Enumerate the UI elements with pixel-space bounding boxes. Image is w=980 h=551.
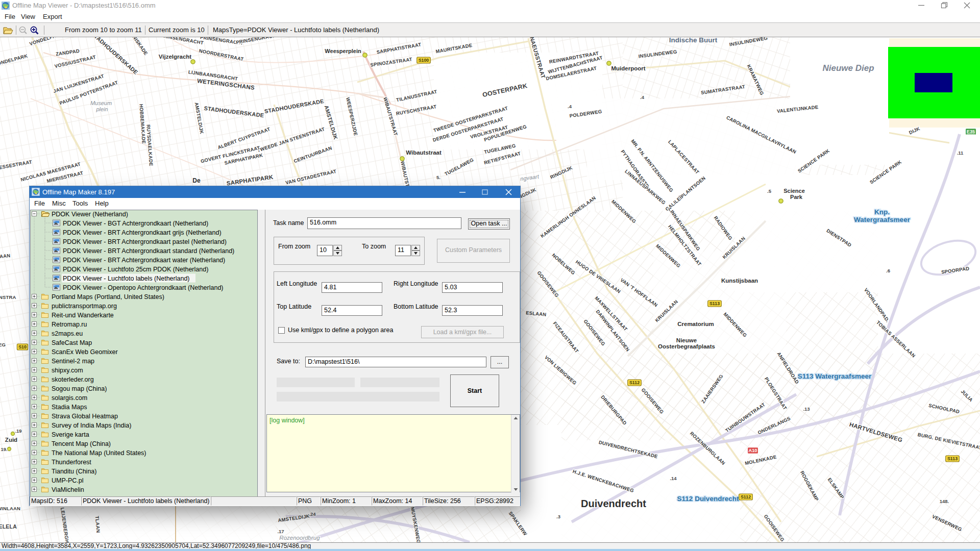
svg-text:UMP-PC.pl: UMP-PC.pl xyxy=(52,477,84,484)
svg-text:Strava Global Heatmap: Strava Global Heatmap xyxy=(52,413,118,420)
svg-text:Oosterbegraafplaats: Oosterbegraafplaats xyxy=(658,343,715,349)
svg-text:VEENSTRA: VEENSTRA xyxy=(0,294,16,300)
svg-text:5.: 5. xyxy=(436,174,440,180)
svg-text:S112 Duivendrecht: S112 Duivendrecht xyxy=(677,495,739,503)
svg-text:ViaMichelin: ViaMichelin xyxy=(52,486,84,493)
svg-text:Muiderpoort: Muiderpoort xyxy=(611,65,645,71)
svg-text:PDOK Viewer - Luchtfoto labels: PDOK Viewer - Luchtfoto labels (Netherla… xyxy=(63,275,190,282)
svg-text:Duivendrecht: Duivendrecht xyxy=(581,498,646,509)
svg-text:.11: .11 xyxy=(957,150,964,156)
svg-text:Watergraafsmeer: Watergraafsmeer xyxy=(854,216,911,223)
svg-text:.19: .19 xyxy=(15,428,21,434)
svg-text:PDOK Viewer - Opentopo Achterg: PDOK Viewer - Opentopo Achtergrondkaart … xyxy=(63,284,224,291)
svg-text:.3: .3 xyxy=(556,514,560,519)
svg-text:.13: .13 xyxy=(803,406,810,412)
svg-text:PDOK Viewer - BRT Achtergrondk: PDOK Viewer - BRT Achtergrondkaart grijs… xyxy=(63,229,222,236)
svg-text:The National Map (United State: The National Map (United States) xyxy=(52,449,146,457)
svg-text:PDOK Viewer - BRT Achtergrondk: PDOK Viewer - BRT Achtergrondkaart stand… xyxy=(63,247,234,255)
svg-text:Kunstijsbaan: Kunstijsbaan xyxy=(721,278,758,284)
svg-text:Survey of India Maps (India): Survey of India Maps (India) xyxy=(52,422,131,429)
svg-text:ERS HWINLAAN: ERS HWINLAAN xyxy=(0,506,20,511)
svg-text:Nieuwe Diep: Nieuwe Diep xyxy=(822,63,874,73)
svg-text:E BOELELA: E BOELELA xyxy=(0,523,17,530)
svg-text:publictransportmap.org: publictransportmap.org xyxy=(52,303,117,310)
svg-text:PDOK Viewer - BGT Achtergrondk: PDOK Viewer - BGT Achtergrondkaart (Neth… xyxy=(63,220,208,227)
svg-text:Indische Buurt: Indische Buurt xyxy=(669,37,718,44)
svg-text:ScanEx Web Geomixer: ScanEx Web Geomixer xyxy=(52,348,118,356)
svg-text:S113: S113 xyxy=(709,301,720,306)
svg-text:plein: plein xyxy=(95,106,108,112)
svg-text:Tencent Map (China): Tencent Map (China) xyxy=(52,440,111,447)
svg-text:19.: 19. xyxy=(1,446,7,452)
svg-text:PDOK Viewer (Netherland): PDOK Viewer (Netherland) xyxy=(52,211,128,218)
svg-text:Museum: Museum xyxy=(90,100,112,106)
svg-text:De: De xyxy=(192,177,201,184)
svg-text:Crematorium: Crematorium xyxy=(677,321,714,327)
svg-text:A10: A10 xyxy=(749,448,757,453)
svg-text:.4: .4 xyxy=(640,94,645,100)
svg-text:Stadia Maps: Stadia Maps xyxy=(52,404,87,411)
svg-text:solargis.com: solargis.com xyxy=(52,394,87,402)
svg-text:AAN: AAN xyxy=(0,253,11,259)
svg-text:EG: EG xyxy=(0,342,6,347)
svg-text:Sentinel-2 map: Sentinel-2 map xyxy=(52,358,94,365)
svg-text:Thunderforest: Thunderforest xyxy=(52,459,91,466)
svg-text:Vijzelgracht: Vijzelgracht xyxy=(159,54,192,60)
svg-text:S100: S100 xyxy=(419,58,429,63)
svg-text:S10: S10 xyxy=(18,344,27,349)
svg-text:Wibautstraat: Wibautstraat xyxy=(406,149,442,156)
svg-text:.14: .14 xyxy=(670,475,677,481)
svg-text:S112: S112 xyxy=(629,380,640,385)
svg-text:.5: .5 xyxy=(767,188,772,194)
svg-text:.24: .24 xyxy=(309,511,316,517)
svg-text:skoterleder.org: skoterleder.org xyxy=(52,376,94,383)
svg-text:GALILEÏPLANTSOEN: GALILEÏPLANTSOEN xyxy=(664,175,706,212)
svg-text:SafeCast Map: SafeCast Map xyxy=(52,339,92,346)
svg-text:Knp.: Knp. xyxy=(874,208,890,216)
svg-text:Rozenoordbrug: Rozenoordbrug xyxy=(279,535,320,541)
svg-text:shipxy.com: shipxy.com xyxy=(52,367,83,374)
svg-text:E35: E35 xyxy=(967,129,975,134)
svg-text:S112: S112 xyxy=(741,494,751,499)
svg-text:PDOK Viewer - BRT Achtergrondk: PDOK Viewer - BRT Achtergrondkaart water… xyxy=(63,257,225,264)
svg-text:TLAAN: TLAAN xyxy=(94,516,101,533)
svg-text:PDOK Viewer - BRT Achtergrondk: PDOK Viewer - BRT Achtergrondkaart paste… xyxy=(63,238,227,245)
svg-text:.6: .6 xyxy=(886,268,890,273)
svg-text:S113: S113 xyxy=(947,456,958,461)
svg-text:S113 Watergraafsmeer: S113 Watergraafsmeer xyxy=(798,372,872,380)
svg-text:148.: 148. xyxy=(940,498,949,504)
svg-text:Portland Maps (Portland, Unite: Portland Maps (Portland, United States) xyxy=(52,293,164,300)
svg-text:Sverige karta: Sverige karta xyxy=(52,431,89,438)
svg-text:Retromap.ru: Retromap.ru xyxy=(52,321,87,328)
svg-text:Sogou map (China): Sogou map (China) xyxy=(52,385,107,392)
svg-text:PDOK Viewer - Luchtfoto 25cm P: PDOK Viewer - Luchtfoto 25cm PDOK (Nethe… xyxy=(63,266,208,273)
svg-text:Park: Park xyxy=(790,194,803,200)
svg-text:s2maps.eu: s2maps.eu xyxy=(52,330,83,337)
svg-text:Reit-und Wanderkarte: Reit-und Wanderkarte xyxy=(52,312,114,319)
svg-text:Tianditu (China): Tianditu (China) xyxy=(52,468,96,475)
svg-text:Weesperplein: Weesperplein xyxy=(325,48,361,54)
svg-text:Zuid: Zuid xyxy=(5,437,17,443)
svg-text:Science: Science xyxy=(783,188,805,194)
svg-text:.17: .17 xyxy=(277,529,284,534)
svg-text:.4: .4 xyxy=(568,104,572,109)
svg-text:Nieuwe: Nieuwe xyxy=(676,337,697,343)
